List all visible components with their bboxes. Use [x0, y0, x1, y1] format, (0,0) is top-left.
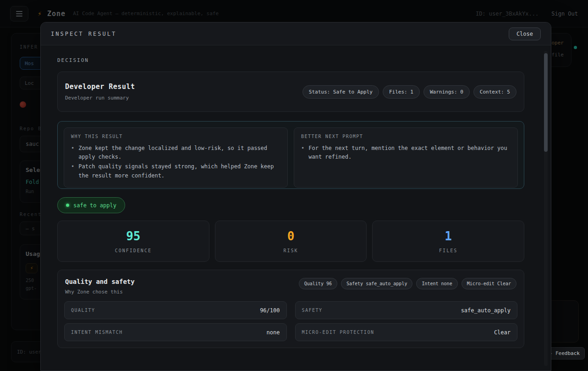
- feedback-label: Feedback: [555, 350, 580, 356]
- quality-metric-label: QUALITY: [71, 308, 95, 313]
- bullet-icon: •: [71, 144, 74, 161]
- quality-safety-heading: Quality and safety Why Zone chose this: [65, 278, 135, 295]
- modal-header: INSPECT RESULT Close: [41, 22, 551, 45]
- quality-safety-subtitle: Why Zone chose this: [65, 289, 135, 295]
- bullet-icon: •: [71, 162, 74, 180]
- why-bullet-list: • Zone kept the change localized and low…: [71, 144, 280, 180]
- status-badge-row: safe to apply: [57, 197, 524, 213]
- list-item: • For the next turn, mention the exact e…: [301, 144, 511, 161]
- next-bullet-1: For the next turn, mention the exact ele…: [308, 144, 511, 161]
- status-pill: Status: Safe to Apply: [302, 85, 379, 99]
- modal-body: DECISION Developer Result Developer run …: [41, 45, 551, 371]
- decision-summary: Developer Result Developer run summary: [65, 83, 135, 101]
- inspect-result-modal: INSPECT RESULT Close DECISION Developer …: [40, 22, 551, 371]
- better-next-prompt-title: BETTER NEXT PROMPT: [301, 134, 511, 139]
- safe-to-apply-label: safe to apply: [73, 202, 116, 209]
- intent-pill: Intent none: [416, 278, 457, 289]
- confidence-value: 95: [126, 229, 140, 243]
- quality-safety-card: Quality and safety Why Zone chose this Q…: [57, 270, 524, 348]
- quality-pill-row: Quality 96 Safety safe_auto_apply Intent…: [299, 278, 517, 289]
- badge-dot-icon: [66, 204, 69, 207]
- quality-safety-title: Quality and safety: [65, 278, 135, 285]
- quality-pill: Quality 96: [299, 278, 337, 289]
- intent-mismatch-row: INTENT MISMATCH none: [64, 323, 287, 341]
- safety-metric-row: SAFETY safe_auto_apply: [295, 301, 518, 319]
- context-pill: Context: 5: [473, 85, 517, 99]
- modal-scrollbar-thumb[interactable]: [544, 53, 548, 152]
- intent-mismatch-value: none: [267, 329, 280, 336]
- files-value: 1: [445, 229, 452, 243]
- why-this-result-title: WHY THIS RESULT: [71, 134, 280, 139]
- close-button[interactable]: Close: [509, 28, 541, 40]
- intent-mismatch-label: INTENT MISMATCH: [71, 330, 123, 335]
- micro-edit-protection-row: MICRO-EDIT PROTECTION Clear: [295, 323, 518, 341]
- risk-stat-card: 0 RISK: [215, 221, 367, 262]
- decision-title: Developer Result: [65, 83, 135, 91]
- confidence-label: CONFIDENCE: [115, 248, 152, 253]
- decision-card: Developer Result Developer run summary S…: [57, 72, 524, 112]
- next-bullet-list: • For the next turn, mention the exact e…: [301, 144, 511, 161]
- list-item: • Zone kept the change localized and low…: [71, 144, 280, 161]
- micro-edit-protection-label: MICRO-EDIT PROTECTION: [302, 330, 374, 335]
- bullet-icon: •: [301, 144, 304, 161]
- warnings-pill: Warnings: 0: [423, 85, 470, 99]
- list-item: • Patch quality signals stayed strong, w…: [71, 162, 280, 180]
- risk-label: RISK: [283, 248, 298, 253]
- decision-subtitle: Developer run summary: [65, 95, 135, 101]
- micro-edit-protection-value: Clear: [494, 329, 511, 336]
- quality-metric-row: QUALITY 96/100: [64, 301, 287, 319]
- why-this-result-card: WHY THIS RESULT • Zone kept the change l…: [64, 127, 288, 188]
- risk-value: 0: [287, 229, 295, 243]
- confidence-stat-card: 95 CONFIDENCE: [57, 221, 209, 262]
- safety-metric-label: SAFETY: [302, 308, 323, 313]
- why-bullet-2: Patch quality signals stayed strong, whi…: [78, 162, 280, 180]
- quality-metrics-grid: QUALITY 96/100 SAFETY safe_auto_apply IN…: [64, 301, 517, 341]
- stats-row: 95 CONFIDENCE 0 RISK 1 FILES: [57, 221, 524, 262]
- micro-edit-pill: Micro-edit Clear: [462, 278, 517, 289]
- safety-pill: Safety safe_auto_apply: [341, 278, 412, 289]
- safe-to-apply-badge: safe to apply: [57, 197, 125, 213]
- safety-metric-value: safe_auto_apply: [461, 307, 511, 314]
- files-label: FILES: [439, 248, 457, 253]
- explanation-panel: WHY THIS RESULT • Zone kept the change l…: [57, 121, 524, 189]
- quality-metric-value: 96/100: [260, 307, 280, 314]
- decision-section-label: DECISION: [57, 57, 524, 63]
- modal-scrollbar[interactable]: [544, 51, 548, 366]
- better-next-prompt-card: BETTER NEXT PROMPT • For the next turn, …: [294, 127, 518, 188]
- why-bullet-1: Zone kept the change localized and low-r…: [78, 144, 280, 161]
- quality-safety-header: Quality and safety Why Zone chose this Q…: [64, 278, 517, 295]
- files-pill: Files: 1: [383, 85, 420, 99]
- files-stat-card: 1 FILES: [372, 221, 524, 262]
- modal-title: INSPECT RESULT: [51, 31, 116, 37]
- decision-pill-row: Status: Safe to Apply Files: 1 Warnings:…: [302, 85, 517, 99]
